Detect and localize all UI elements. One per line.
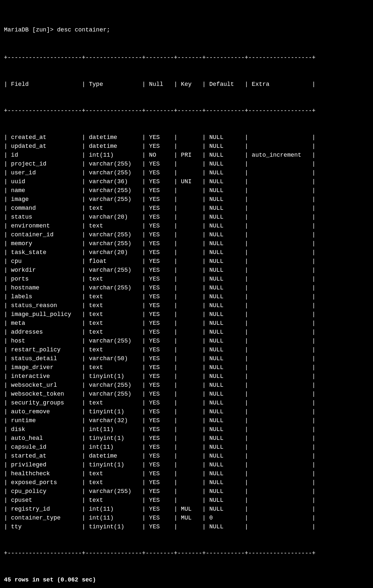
table-row: | meta | text | YES | | NULL | | <box>4 319 369 328</box>
table-row: | uuid | varchar(36) | YES | UNI | NULL … <box>4 177 369 186</box>
table-row: | runtime | varchar(32) | YES | | NULL |… <box>4 416 369 425</box>
table-row: | cpu_policy | varchar(255) | YES | | NU… <box>4 487 369 496</box>
table-row: | hostname | varchar(255) | YES | | NULL… <box>4 284 369 292</box>
table-row: | project_id | varchar(255) | YES | | NU… <box>4 160 369 168</box>
table-row: | addresses | text | YES | | NULL | | <box>4 328 369 337</box>
table-row: | environment | text | YES | | NULL | | <box>4 222 369 230</box>
table-row: | restart_policy | text | YES | | NULL |… <box>4 345 369 354</box>
table-row: | registry_id | int(11) | YES | MUL | NU… <box>4 505 369 514</box>
table-row: | name | varchar(255) | YES | | NULL | | <box>4 186 369 195</box>
table-row: | auto_heal | tinyint(1) | YES | | NULL … <box>4 434 369 443</box>
table-row: | host | varchar(255) | YES | | NULL | | <box>4 337 369 345</box>
table-body: | created_at | datetime | YES | | NULL |… <box>4 133 369 531</box>
table-row: | image | varchar(255) | YES | | NULL | … <box>4 195 369 204</box>
table-row: | status_detail | varchar(50) | YES | | … <box>4 354 369 363</box>
table-row: | image_driver | text | YES | | NULL | | <box>4 363 369 372</box>
table-row: | container_type | int(11) | YES | MUL |… <box>4 514 369 522</box>
table-row: | created_at | datetime | YES | | NULL |… <box>4 133 369 142</box>
result-footer: 45 rows in set (0.062 sec) <box>4 576 369 584</box>
table-header-row: | Field | Type | Null | Key | Default | … <box>4 80 369 89</box>
table-row: | status | varchar(20) | YES | | NULL | … <box>4 213 369 222</box>
table-row: | disk | int(11) | YES | | NULL | | <box>4 425 369 434</box>
table-row: | memory | varchar(255) | YES | | NULL |… <box>4 239 369 248</box>
table-row: | websocket_url | varchar(255) | YES | |… <box>4 381 369 390</box>
table-row: | status_reason | text | YES | | NULL | … <box>4 301 369 310</box>
table-border-header: +---------------------+----------------+… <box>4 107 369 115</box>
table-row: | image_pull_policy | text | YES | | NUL… <box>4 310 369 319</box>
table-row: | cpuset | text | YES | | NULL | | <box>4 496 369 505</box>
table-row: | privileged | tinyint(1) | YES | | NULL… <box>4 461 369 469</box>
table-row: | auto_remove | tinyint(1) | YES | | NUL… <box>4 407 369 416</box>
table-row: | ports | text | YES | | NULL | | <box>4 275 369 284</box>
table-row: | capsule_id | int(11) | YES | | NULL | … <box>4 443 369 452</box>
table-row: | tty | tinyint(1) | YES | | NULL | | <box>4 522 369 531</box>
table-row: | user_id | varchar(255) | YES | | NULL … <box>4 168 369 177</box>
table-row: | exposed_ports | text | YES | | NULL | … <box>4 478 369 487</box>
table-border-top: +---------------------+----------------+… <box>4 53 369 62</box>
table-row: | updated_at | datetime | YES | | NULL |… <box>4 142 369 151</box>
sql-prompt-line: MariaDB [zun]> desc container; <box>4 26 369 34</box>
table-row: | started_at | datetime | YES | | NULL |… <box>4 452 369 461</box>
table-row: | workdir | varchar(255) | YES | | NULL … <box>4 266 369 275</box>
table-row: | task_state | varchar(20) | YES | | NUL… <box>4 248 369 257</box>
table-row: | id | int(11) | NO | PRI | NULL | auto_… <box>4 151 369 160</box>
table-row: | websocket_token | varchar(255) | YES |… <box>4 390 369 399</box>
table-row: | healthcheck | text | YES | | NULL | | <box>4 469 369 478</box>
table-row: | labels | text | YES | | NULL | | <box>4 292 369 301</box>
table-border-bottom: +---------------------+----------------+… <box>4 549 369 558</box>
table-row: | container_id | varchar(255) | YES | | … <box>4 230 369 239</box>
terminal-output: MariaDB [zun]> desc container; +--------… <box>0 0 373 588</box>
table-row: | security_groups | text | YES | | NULL … <box>4 399 369 407</box>
table-row: | cpu | float | YES | | NULL | | <box>4 257 369 266</box>
table-row: | interactive | tinyint(1) | YES | | NUL… <box>4 372 369 381</box>
table-row: | command | text | YES | | NULL | | <box>4 204 369 213</box>
